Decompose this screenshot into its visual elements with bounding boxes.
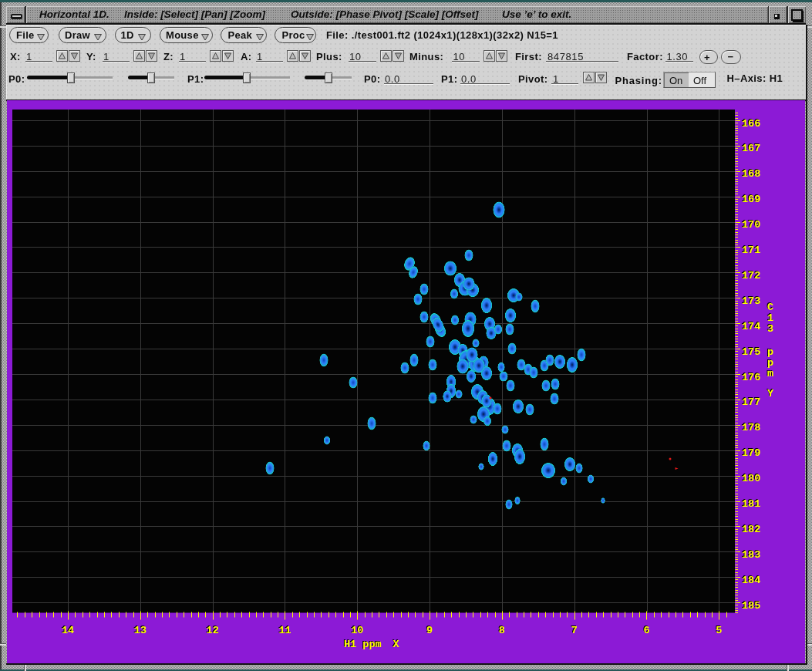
svg-text:166: 166: [742, 118, 760, 130]
svg-text:Y: Y: [767, 388, 774, 400]
svg-text:11: 11: [278, 625, 291, 636]
svg-text:169: 169: [742, 194, 760, 205]
svg-text:9: 9: [426, 625, 433, 636]
svg-text:14: 14: [62, 625, 74, 636]
svg-text:C: C: [767, 302, 773, 313]
svg-text:168: 168: [742, 168, 760, 180]
svg-text:8: 8: [499, 625, 505, 636]
svg-text:174: 174: [742, 321, 760, 332]
svg-text:185: 185: [742, 600, 760, 612]
svg-text:182: 182: [742, 524, 760, 535]
svg-text:12: 12: [207, 625, 219, 636]
svg-text:184: 184: [742, 575, 760, 586]
svg-text:p: p: [767, 346, 773, 358]
svg-text:6: 6: [643, 625, 649, 636]
svg-text:180: 180: [742, 473, 760, 484]
svg-text:7: 7: [571, 625, 578, 636]
svg-text:173: 173: [742, 295, 760, 307]
svg-text:179: 179: [742, 447, 760, 459]
svg-text:178: 178: [742, 422, 760, 433]
svg-text:177: 177: [742, 396, 760, 408]
svg-text:176: 176: [742, 372, 760, 383]
svg-text:10: 10: [351, 625, 363, 636]
svg-text:183: 183: [742, 549, 760, 561]
svg-text:181: 181: [742, 498, 760, 510]
svg-text:170: 170: [742, 219, 760, 231]
svg-text:p: p: [767, 357, 773, 369]
svg-text:1: 1: [767, 312, 773, 324]
svg-text:X: X: [393, 639, 400, 650]
svg-text:3: 3: [767, 323, 773, 335]
svg-text:172: 172: [742, 270, 760, 282]
svg-text:5: 5: [716, 625, 722, 636]
svg-text:13: 13: [134, 625, 147, 636]
svg-text:m: m: [767, 368, 773, 379]
svg-text:175: 175: [742, 346, 760, 358]
svg-text:171: 171: [742, 244, 760, 256]
svg-text:H1 ppm: H1 ppm: [344, 639, 382, 650]
svg-text:167: 167: [742, 143, 760, 154]
